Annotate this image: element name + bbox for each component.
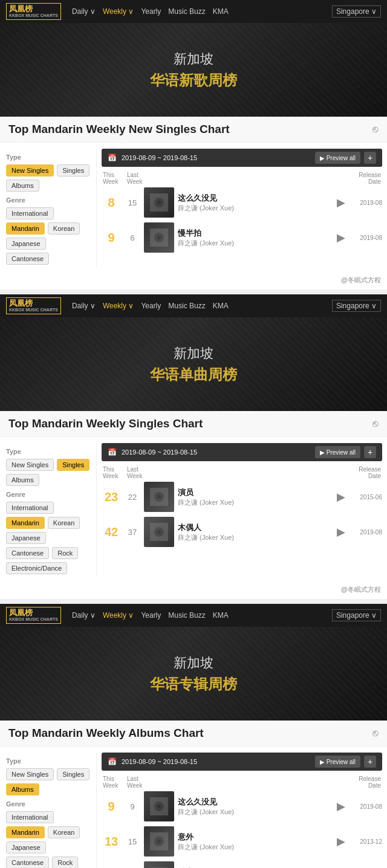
genre-btn-rock[interactable]: Rock	[52, 547, 78, 559]
genre-btn-rock[interactable]: Rock	[52, 857, 78, 868]
genre-btn-japanese[interactable]: Japanese	[6, 841, 46, 853]
sidebar: TypeNew SinglesSinglesAlbumsGenreInterna…	[0, 149, 97, 267]
genre-btn-mandarin[interactable]: Mandarin	[6, 517, 45, 529]
genre-btn-international[interactable]: International	[6, 502, 54, 514]
release-date: 2013-12	[349, 838, 382, 845]
track-row: 2322演员薛之谦 (Joker Xue)▶2015-06	[102, 482, 382, 512]
type-btn-new-singles[interactable]: New Singles	[6, 164, 54, 177]
nav-link-yearly[interactable]: Yearly	[141, 302, 161, 310]
chart-title: Top Mandarin Weekly Singles Chart	[8, 417, 372, 430]
nav-links: Daily ∨Weekly ∨YearlyMusic BuzzKMA	[72, 302, 327, 310]
share-icon[interactable]: ⎋	[372, 728, 379, 739]
track-thumbnail	[144, 222, 174, 253]
date-bar: 📅2019-08-09 ~ 2019-08-15▶ Preview all+	[102, 443, 382, 461]
current-rank: 13	[102, 835, 121, 849]
nav-link-weekly[interactable]: Weekly ∨	[103, 611, 134, 620]
track-info: 这么久没见薛之谦 (Joker Xue)	[178, 193, 333, 213]
nav-link-yearly[interactable]: Yearly	[141, 7, 161, 16]
preview-all-button[interactable]: ▶ Preview all	[315, 756, 360, 768]
nav-link-music-buzz[interactable]: Music Buzz	[168, 611, 205, 620]
nav-link-daily[interactable]: Daily ∨	[72, 302, 96, 310]
play-button[interactable]: ▶	[337, 525, 345, 539]
play-button[interactable]: ▶	[337, 800, 345, 813]
track-artist: 薛之谦 (Joker Xue)	[178, 808, 333, 817]
nav-link-weekly[interactable]: Weekly ∨	[103, 302, 134, 310]
current-rank: 23	[102, 490, 121, 504]
track-name[interactable]: 木偶人	[178, 522, 333, 533]
svg-point-8	[157, 495, 161, 499]
last-rank: 6	[125, 233, 140, 242]
genre-btn-japanese[interactable]: Japanese	[6, 532, 46, 544]
add-button[interactable]: +	[364, 446, 376, 458]
track-name[interactable]: 这么久没见	[178, 193, 333, 204]
play-button[interactable]: ▶	[337, 231, 345, 244]
genre-btn-korean[interactable]: Korean	[48, 222, 80, 235]
track-thumbnail	[144, 187, 174, 218]
genre-btn-electronic-dance[interactable]: Electronic/Dance	[6, 562, 67, 574]
nav-link-yearly[interactable]: Yearly	[141, 611, 161, 620]
nav-link-kma[interactable]: KMA	[213, 611, 229, 620]
nav-link-kma[interactable]: KMA	[213, 7, 229, 16]
hero-cn-bottom: 华语专辑周榜	[150, 675, 237, 694]
track-name[interactable]: 演员	[178, 487, 333, 498]
region-selector[interactable]: Singapore ∨	[332, 300, 381, 312]
type-btn-singles[interactable]: Singles	[57, 164, 89, 177]
type-btn-albums[interactable]: Albums	[6, 783, 39, 795]
date-range: 2019-08-09 ~ 2019-08-15	[122, 758, 197, 765]
type-btn-new-singles[interactable]: New Singles	[6, 459, 54, 471]
chart-title: Top Mandarin Weekly Albums Chart	[8, 727, 372, 740]
type-btn-singles[interactable]: Singles	[57, 768, 89, 780]
type-btn-albums[interactable]: Albums	[6, 180, 39, 192]
site-logo[interactable]: 凤凰榜KKBOX MUSIC CHARTS	[6, 297, 61, 314]
genre-btn-international[interactable]: International	[6, 207, 54, 219]
genre-btn-international[interactable]: International	[6, 811, 54, 823]
preview-all-button[interactable]: ▶ Preview all	[315, 446, 360, 458]
type-btn-singles[interactable]: Singles	[57, 459, 89, 471]
hero-cn-bottom: 华语单曲周榜	[150, 365, 237, 384]
nav-link-daily[interactable]: Daily ∨	[72, 611, 96, 620]
share-icon[interactable]: ⎋	[372, 124, 379, 135]
date-range: 2019-08-09 ~ 2019-08-15	[122, 449, 197, 456]
nav-link-weekly[interactable]: Weekly ∨	[103, 7, 134, 16]
type-label: Type	[6, 757, 90, 765]
track-name[interactable]: 这么久没见	[178, 797, 333, 808]
track-row: 2827绅士薛之谦 (Joker Xue)▶2015-06	[102, 861, 382, 868]
type-label: Type	[6, 448, 90, 455]
play-button[interactable]: ▶	[337, 196, 345, 209]
add-button[interactable]: +	[364, 152, 376, 164]
genre-btn-japanese[interactable]: Japanese	[6, 238, 46, 250]
site-logo[interactable]: 凤凰榜KKBOX MUSIC CHARTS	[6, 3, 61, 20]
region-selector[interactable]: Singapore ∨	[332, 609, 381, 621]
genre-btn-cantonese[interactable]: Cantonese	[6, 547, 49, 559]
date-bar-actions: ▶ Preview all+	[315, 446, 376, 458]
site-logo[interactable]: 凤凰榜KKBOX MUSIC CHARTS	[6, 607, 61, 624]
preview-all-button[interactable]: ▶ Preview all	[315, 152, 360, 164]
release-date: 2019-08	[349, 803, 382, 810]
genre-btn-mandarin[interactable]: Mandarin	[6, 222, 45, 235]
add-button[interactable]: +	[364, 756, 376, 768]
track-name[interactable]: 意外	[178, 832, 333, 843]
play-button[interactable]: ▶	[337, 490, 345, 504]
nav-link-music-buzz[interactable]: Music Buzz	[168, 7, 205, 16]
genre-btn-cantonese[interactable]: Cantonese	[6, 857, 49, 868]
genre-btn-korean[interactable]: Korean	[48, 517, 80, 529]
track-artist: 薛之谦 (Joker Xue)	[178, 533, 333, 542]
genre-btn-cantonese[interactable]: Cantonese	[6, 253, 49, 265]
share-icon[interactable]: ⎋	[372, 418, 379, 429]
track-name[interactable]: 慢半拍	[178, 228, 333, 239]
chart-block-singles: 凤凰榜KKBOX MUSIC CHARTSDaily ∨Weekly ∨Year…	[0, 294, 387, 599]
current-rank: 8	[102, 196, 121, 210]
release-date-header: Release Date	[345, 466, 381, 479]
type-btn-new-singles[interactable]: New Singles	[6, 768, 54, 780]
nav-link-music-buzz[interactable]: Music Buzz	[168, 302, 205, 310]
last-week-header: LastWeek	[127, 172, 148, 185]
genre-btn-mandarin[interactable]: Mandarin	[6, 826, 45, 838]
genre-btn-korean[interactable]: Korean	[48, 826, 80, 838]
play-button[interactable]: ▶	[337, 835, 345, 848]
main-content: 📅2019-08-09 ~ 2019-08-15▶ Preview all+ T…	[97, 753, 387, 868]
nav-link-kma[interactable]: KMA	[213, 302, 229, 310]
region-selector[interactable]: Singapore ∨	[332, 5, 381, 18]
type-btn-albums[interactable]: Albums	[6, 474, 39, 486]
release-date: 2019-08	[349, 529, 382, 536]
nav-link-daily[interactable]: Daily ∨	[72, 7, 96, 16]
